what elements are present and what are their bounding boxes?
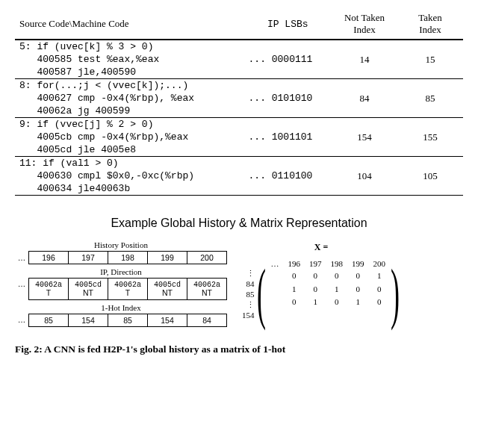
matrix-cell: 1 <box>326 284 347 297</box>
matrix-cell: 0 <box>368 284 390 297</box>
th-nt: Not TakenIndex <box>332 9 397 40</box>
figure-caption: Fig. 2: A CNN is fed H2P-1's global hist… <box>15 343 463 355</box>
matrix-col-header: 199 <box>347 256 369 271</box>
matrix-row-label: 85 <box>242 289 255 299</box>
nt-index: 104 <box>332 157 397 196</box>
matrix-block: X = ⋮ 8485⋮154 ( …196197198199200 000011… <box>242 233 400 330</box>
asm-line: 400585 test %eax,%eax <box>15 53 244 66</box>
src-line: 8: for(...;j < (vvec[k]);...) <box>15 79 244 93</box>
hist-pos-cell: 196 <box>29 252 69 264</box>
right-paren-icon: ) <box>391 267 400 320</box>
ellipsis-icon: … <box>15 279 29 300</box>
ipdir-cell: 4005cdNT <box>148 279 187 300</box>
src-line: 9: if (vvec[j] % 2 > 0) <box>15 118 244 131</box>
asm-line: 40062a jg 400599 <box>15 105 244 118</box>
ipdir-cell: 4005cdNT <box>69 279 108 300</box>
asm-line: 400627 cmp -0x4(%rbp), %eax <box>15 92 244 105</box>
matrix-row-label: 84 <box>242 279 255 289</box>
ip-lsb: ... 0110100 <box>244 157 332 196</box>
th-ip: IP LSBs <box>244 9 332 40</box>
matrix-cell: 0 <box>283 297 305 310</box>
matrix-col-header: 200 <box>368 256 390 271</box>
matrix-cell: 1 <box>283 284 305 297</box>
onehot-label: 1-Hot Index <box>15 303 227 312</box>
src-line: 11: if (val1 > 0) <box>15 157 244 170</box>
matrix-col-header: 198 <box>326 256 347 271</box>
nt-index: 84 <box>332 79 397 118</box>
hist-pos-cell: 198 <box>108 252 148 264</box>
matrix-cell: 0 <box>326 297 347 310</box>
onehot-row: …851548515484 <box>15 314 227 327</box>
example-title: Example Global History & Matrix Represen… <box>15 217 463 230</box>
matrix-cell: 0 <box>305 284 326 297</box>
src-line: 5: if (uvec[k] % 3 > 0) <box>15 40 244 53</box>
t-index: 15 <box>397 40 463 79</box>
ipdir-cell: 40062aT <box>108 279 148 300</box>
matrix-cell: 1 <box>347 297 369 310</box>
matrix-cell: 1 <box>305 297 326 310</box>
matrix-cell: 0 <box>326 271 347 284</box>
ip-lsb: ... 0000111 <box>244 40 332 79</box>
asm-line: 400587 jle,400590 <box>15 66 244 79</box>
ipdir-cell: 40062aT <box>29 279 69 300</box>
matrix-cell: 0 <box>305 271 326 284</box>
onehot-cell: 84 <box>187 314 227 326</box>
onehot-cell: 85 <box>108 314 148 326</box>
onehot-cell: 154 <box>69 314 108 326</box>
vdots-icon: ⋮ <box>242 299 255 310</box>
left-paren-icon: ( <box>256 267 265 320</box>
ip-direction-label: IP, Direction <box>15 267 227 276</box>
t-index: 85 <box>397 79 463 118</box>
matrix-cell: 0 <box>283 271 305 284</box>
nt-index: 14 <box>332 40 397 79</box>
matrix-cell: 0 <box>347 271 369 284</box>
hist-pos-cell: 199 <box>148 252 187 264</box>
matrix-col-header: 197 <box>305 256 326 271</box>
matrix-row-label: 154 <box>242 310 255 320</box>
asm-line: 4005cd jle 4005e8 <box>15 143 244 157</box>
asm-line: 4005cb cmp -0x4(%rbp),%eax <box>15 131 244 143</box>
ip-direction-row: …40062aT4005cdNT40062aT4005cdNT40062aNT <box>15 278 227 300</box>
ipdir-cell: 40062aNT <box>187 279 227 300</box>
vdots-icon: ⋮ <box>242 268 255 279</box>
ip-lsb: ... 1001101 <box>244 118 332 157</box>
history-position-row: …196197198199200 <box>15 251 227 264</box>
ellipsis-icon: … <box>15 314 29 326</box>
asm-line: 400634 jle40063b <box>15 182 244 196</box>
ip-lsb: ... 0101010 <box>244 79 332 118</box>
matrix-cell: 0 <box>347 284 369 297</box>
th-source: Source Code\Machine Code <box>15 9 244 40</box>
matrix-cell: 1 <box>368 271 390 284</box>
t-index: 155 <box>397 118 463 157</box>
t-index: 105 <box>397 157 463 196</box>
nt-index: 154 <box>332 118 397 157</box>
asm-line: 400630 cmpl $0x0,-0xc(%rbp) <box>15 169 244 182</box>
onehot-cell: 85 <box>29 314 69 326</box>
ellipsis-icon: … <box>15 252 29 264</box>
matrix-table: …196197198199200 000011010001010 <box>266 256 390 310</box>
hist-pos-cell: 200 <box>187 252 227 264</box>
history-position-label: History Position <box>15 240 227 249</box>
hdots-icon: … <box>266 256 283 271</box>
x-label: X = <box>314 242 329 252</box>
matrix-cell: 0 <box>368 297 390 310</box>
hist-pos-cell: 197 <box>69 252 108 264</box>
code-table: Source Code\Machine Code IP LSBs Not Tak… <box>15 9 463 196</box>
th-t: TakenIndex <box>397 9 463 40</box>
onehot-cell: 154 <box>148 314 187 326</box>
history-block: History Position …196197198199200 IP, Di… <box>15 239 227 330</box>
matrix-row-labels: ⋮ 8485⋮154 <box>242 268 256 320</box>
matrix-col-header: 196 <box>283 256 305 271</box>
